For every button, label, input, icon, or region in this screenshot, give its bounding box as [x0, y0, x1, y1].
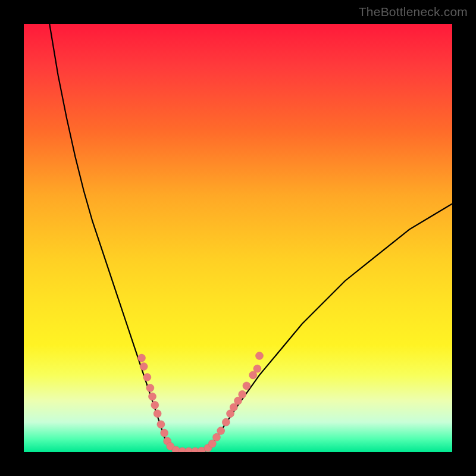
chart-svg — [24, 24, 452, 452]
data-point — [230, 403, 237, 411]
data-point — [222, 418, 230, 426]
data-point — [146, 384, 154, 392]
data-point — [149, 393, 156, 400]
data-point — [143, 374, 151, 381]
scatter-dots — [138, 352, 264, 453]
data-point — [151, 401, 159, 409]
data-point — [213, 433, 221, 441]
bottleneck-curve — [49, 24, 452, 452]
data-point — [154, 410, 161, 418]
data-point — [239, 390, 246, 398]
data-point — [138, 354, 146, 362]
plot-area — [24, 24, 452, 452]
data-point — [208, 440, 216, 447]
data-point — [157, 421, 165, 428]
data-point — [140, 363, 148, 371]
data-point — [249, 371, 257, 379]
data-point — [256, 352, 264, 360]
data-point — [234, 397, 242, 405]
chart-container: TheBottleneck.com — [0, 0, 476, 476]
watermark-text: TheBottleneck.com — [359, 5, 468, 19]
data-point — [243, 382, 250, 390]
data-point — [253, 365, 261, 372]
data-point — [217, 427, 225, 435]
data-point — [161, 429, 168, 437]
